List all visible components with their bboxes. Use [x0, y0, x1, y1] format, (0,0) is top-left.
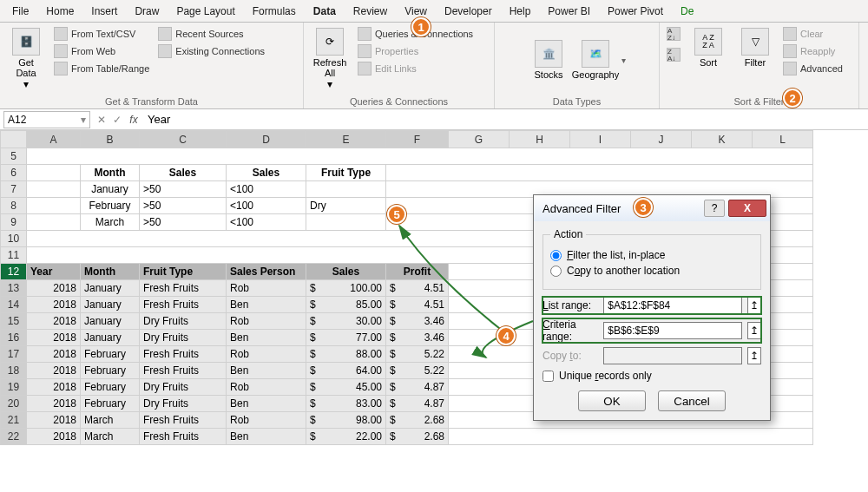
from-web-button[interactable]: From Web: [52, 43, 151, 59]
radio-input[interactable]: [550, 266, 562, 277]
cell[interactable]: <100: [227, 214, 306, 231]
dropdown-icon[interactable]: ▾: [621, 56, 626, 65]
row-header[interactable]: 9: [1, 214, 27, 231]
select-all-cell[interactable]: [1, 131, 27, 148]
row-header[interactable]: 19: [1, 379, 27, 396]
row-header[interactable]: 7: [1, 181, 27, 198]
row-header[interactable]: 18: [1, 363, 27, 379]
cell[interactable]: Ben: [227, 396, 306, 412]
dialog-close-button[interactable]: X: [728, 200, 766, 217]
enter-formula-icon[interactable]: ✓: [109, 114, 125, 126]
cell[interactable]: Rob: [227, 280, 306, 297]
cell[interactable]: March: [81, 412, 140, 429]
name-box[interactable]: A12▾: [3, 111, 90, 128]
sort-desc-button[interactable]: ZA↓: [665, 47, 682, 62]
cell[interactable]: January: [81, 297, 140, 313]
row-header[interactable]: 5: [1, 148, 27, 165]
tab-power-pivot[interactable]: Power Pivot: [599, 2, 672, 21]
cell[interactable]: <100: [227, 181, 306, 198]
cell[interactable]: $77.00: [306, 330, 386, 346]
row-header[interactable]: 22: [1, 429, 27, 445]
cell[interactable]: [306, 214, 386, 231]
unique-records-checkbox[interactable]: Unique records only: [542, 370, 761, 382]
cell[interactable]: Fresh Fruits: [140, 280, 227, 297]
checkbox-input[interactable]: [542, 371, 554, 382]
cell[interactable]: Fresh Fruits: [140, 297, 227, 313]
cell[interactable]: Profit: [386, 264, 449, 280]
cell[interactable]: $22.00: [306, 429, 386, 445]
cell[interactable]: Rob: [227, 346, 306, 363]
advanced-filter-button[interactable]: Advanced: [781, 61, 845, 76]
row-header[interactable]: 13: [1, 280, 27, 297]
cell[interactable]: Ben: [227, 297, 306, 313]
cell[interactable]: 2018: [27, 379, 81, 396]
cell[interactable]: 2018: [27, 363, 81, 379]
sort-button[interactable]: A ZZ A Sort: [687, 26, 729, 69]
column-header[interactable]: E: [306, 131, 386, 148]
row-header[interactable]: 12: [1, 264, 27, 280]
cell[interactable]: January: [81, 330, 140, 346]
cell[interactable]: $4.51: [386, 280, 449, 297]
cell[interactable]: >50: [140, 198, 227, 214]
range-select-button[interactable]: ↥: [747, 347, 761, 364]
cell[interactable]: $30.00: [306, 313, 386, 330]
tab-review[interactable]: Review: [345, 2, 396, 21]
cell[interactable]: <100: [227, 198, 306, 214]
tab-data[interactable]: Data: [305, 2, 345, 21]
cell[interactable]: 2018: [27, 396, 81, 412]
cell[interactable]: Rob: [227, 313, 306, 330]
cell[interactable]: $85.00: [306, 297, 386, 313]
cell[interactable]: >50: [140, 181, 227, 198]
cell[interactable]: January: [81, 313, 140, 330]
cell[interactable]: $5.22: [386, 346, 449, 363]
cell[interactable]: Rob: [227, 412, 306, 429]
row-header[interactable]: 21: [1, 412, 27, 429]
column-header[interactable]: K: [692, 131, 753, 148]
cell[interactable]: Fresh Fruits: [140, 429, 227, 445]
column-header[interactable]: H: [510, 131, 570, 148]
copy-location-radio[interactable]: Copy to another location: [550, 265, 753, 277]
tab-power-bi[interactable]: Power BI: [539, 2, 599, 21]
cell[interactable]: 2018: [27, 429, 81, 445]
column-header[interactable]: L: [753, 131, 813, 148]
tab-home[interactable]: Home: [37, 2, 82, 21]
geography-button[interactable]: 🗺️ Geography: [575, 38, 616, 82]
row-header[interactable]: 15: [1, 313, 27, 330]
tab-formulas[interactable]: Formulas: [244, 2, 305, 21]
stocks-button[interactable]: 🏛️ Stocks: [528, 38, 569, 82]
cell[interactable]: Fresh Fruits: [140, 363, 227, 379]
cell[interactable]: February: [81, 198, 140, 214]
cell[interactable]: Fruit Type: [306, 165, 386, 181]
row-header[interactable]: 10: [1, 231, 27, 247]
cell[interactable]: Fruit Type: [140, 264, 227, 280]
column-header[interactable]: B: [81, 131, 140, 148]
row-header[interactable]: 11: [1, 247, 27, 264]
recent-sources-button[interactable]: Recent Sources: [156, 26, 266, 42]
filter-in-place-radio[interactable]: Filter the list, in-place: [550, 249, 753, 261]
cell[interactable]: $3.46: [386, 330, 449, 346]
ok-button[interactable]: OK: [578, 390, 646, 411]
cell[interactable]: 2018: [27, 297, 81, 313]
row-header[interactable]: 17: [1, 346, 27, 363]
column-header[interactable]: F: [386, 131, 449, 148]
cell[interactable]: Ben: [227, 363, 306, 379]
list-range-input[interactable]: [603, 297, 742, 314]
cell[interactable]: 2018: [27, 313, 81, 330]
cell[interactable]: $83.00: [306, 396, 386, 412]
column-header[interactable]: D: [227, 131, 306, 148]
cell[interactable]: Dry Fruits: [140, 313, 227, 330]
range-select-button[interactable]: ↥: [747, 297, 761, 314]
cell[interactable]: Year: [27, 264, 81, 280]
column-header[interactable]: C: [140, 131, 227, 148]
cell[interactable]: Month: [81, 264, 140, 280]
tab-file[interactable]: File: [3, 2, 37, 21]
cell[interactable]: $98.00: [306, 412, 386, 429]
row-header[interactable]: 14: [1, 297, 27, 313]
cell[interactable]: Sales: [140, 165, 227, 181]
cell[interactable]: February: [81, 379, 140, 396]
cell[interactable]: Dry: [306, 198, 386, 214]
cell[interactable]: January: [81, 280, 140, 297]
dialog-help-button[interactable]: ?: [704, 200, 725, 217]
cell[interactable]: Month: [81, 165, 140, 181]
get-data-button[interactable]: 🗄️ Get Data ▾: [5, 26, 47, 92]
